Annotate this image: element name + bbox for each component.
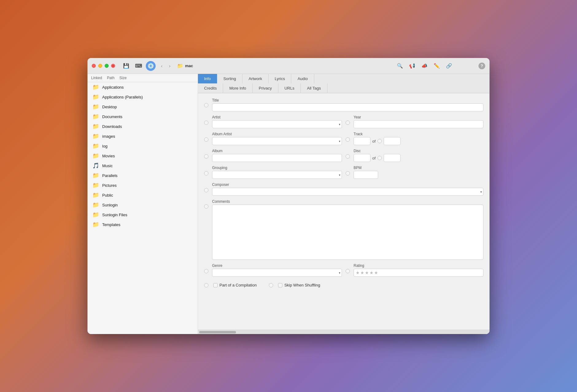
album-artist-dropdown-arrow[interactable]: ▾ [339, 140, 340, 143]
horizontal-scrollbar[interactable] [198, 330, 490, 334]
composer-input[interactable] [214, 190, 480, 194]
grouping-dropdown[interactable]: ▾ [212, 171, 342, 179]
maximize-button[interactable] [105, 64, 109, 68]
sidebar-item-pictures[interactable]: 📁 Pictures [87, 180, 198, 190]
year-input[interactable] [354, 120, 483, 128]
tab-privacy[interactable]: Privacy [253, 83, 278, 93]
genre-input[interactable] [214, 271, 339, 275]
album-field-group: Album [212, 149, 342, 162]
pen-button[interactable]: ✏️ [432, 61, 442, 71]
star-5[interactable]: ★ [374, 270, 378, 275]
keyboard-button[interactable]: ⌨ [134, 61, 143, 71]
col-header-path[interactable]: Path [106, 75, 116, 81]
tab-all-tags[interactable]: All Tags [301, 83, 327, 93]
sidebar-item-sunlogin-files[interactable]: 📁 Sunlogin Files [87, 210, 198, 220]
track-radio[interactable] [346, 137, 350, 142]
main-window: × 💾 ⌨ 💿 ‹ › 📁 mac 🔍 📢 📣 [87, 58, 490, 334]
link-button[interactable]: 🔗 [444, 61, 454, 71]
sidebar-item-images[interactable]: 📁 images [87, 131, 198, 141]
tab-lyrics[interactable]: Lyrics [269, 74, 291, 83]
forward-button[interactable]: › [166, 62, 173, 70]
track-of-input[interactable] [384, 137, 401, 145]
genre-label: Genre [212, 263, 342, 268]
comments-radio[interactable] [204, 204, 208, 209]
compilation-radio[interactable] [204, 283, 208, 287]
bpm-radio[interactable] [346, 171, 350, 175]
composer-dropdown-arrow[interactable]: ▾ [480, 190, 482, 194]
sidebar-item-templates[interactable]: 📁 Templates [87, 220, 198, 229]
sidebar-item-log[interactable]: 📁 log [87, 141, 198, 151]
disc-of-input[interactable] [384, 154, 401, 162]
sidebar-item-applications[interactable]: 📁 Applications [87, 82, 198, 92]
star-1[interactable]: ★ [356, 270, 360, 275]
disc-input[interactable] [354, 154, 370, 162]
disc-field-group: Disc of [354, 149, 483, 162]
announce1-button[interactable]: 📢 [407, 61, 417, 71]
tab-audio[interactable]: Audio [291, 74, 314, 83]
close-button[interactable] [92, 64, 96, 68]
album-artist-dropdown[interactable]: ▾ [212, 137, 342, 145]
announce2-button[interactable]: 📣 [420, 61, 429, 71]
help-button[interactable]: ? [478, 63, 485, 69]
grouping-dropdown-arrow[interactable]: ▾ [339, 173, 340, 177]
sidebar-item-downloads[interactable]: 📁 Downloads [87, 121, 198, 131]
star-4[interactable]: ★ [370, 270, 374, 275]
minimize-button[interactable] [98, 64, 102, 68]
scrollbar-thumb[interactable] [199, 331, 236, 333]
track-input[interactable] [354, 137, 370, 145]
sidebar-item-parallels[interactable]: 📁 Parallels [87, 171, 198, 180]
album-artist-input[interactable] [214, 139, 339, 144]
composer-dropdown[interactable]: ▾ [212, 188, 483, 196]
skip-when-shuffling-checkbox[interactable] [278, 283, 282, 287]
grouping-radio[interactable] [204, 171, 208, 175]
zoom-button[interactable]: 🔍 [395, 61, 405, 71]
album-input[interactable] [212, 154, 342, 162]
sidebar-item-movies[interactable]: 📁 Movies [87, 151, 198, 161]
sidebar-item-public[interactable]: 📁 Public [87, 190, 198, 200]
sidebar-item-label: Applications [102, 85, 124, 90]
close-x-button[interactable]: × [111, 64, 115, 68]
star-2[interactable]: ★ [360, 270, 364, 275]
tab-urls[interactable]: URLs [278, 83, 301, 93]
disc-radio[interactable] [346, 154, 350, 159]
artist-dropdown-arrow[interactable]: ▾ [339, 123, 340, 126]
track-of-text: of [372, 139, 376, 144]
sidebar-item-desktop[interactable]: 📁 Desktop [87, 102, 198, 112]
disc-of-radio[interactable] [378, 156, 382, 160]
title-radio[interactable] [204, 103, 208, 107]
tab-sorting[interactable]: Sorting [217, 74, 242, 83]
tab-credits[interactable]: Credits [198, 83, 223, 93]
genre-dropdown-arrow[interactable]: ▾ [339, 271, 340, 275]
disc-button[interactable]: 💿 [146, 61, 156, 71]
genre-dropdown[interactable]: ▾ [212, 269, 342, 277]
title-input[interactable] [212, 103, 483, 111]
tab-info[interactable]: Info [198, 74, 217, 83]
sidebar-item-applications-parallels[interactable]: 📁 Applications (Parallels) [87, 92, 198, 102]
part-of-compilation-checkbox[interactable] [213, 283, 218, 287]
grouping-input[interactable] [214, 173, 339, 177]
sidebar-item-music[interactable]: 🎵 Music [87, 161, 198, 171]
col-header-size[interactable]: Size [118, 75, 128, 81]
comments-textarea[interactable] [212, 205, 483, 260]
tab-artwork[interactable]: Artwork [242, 74, 269, 83]
col-header-linked[interactable]: Linked [90, 75, 103, 81]
artist-dropdown[interactable]: ▾ [212, 120, 342, 128]
rating-radio[interactable] [346, 269, 350, 273]
rating-stars[interactable]: ★ ★ ★ ★ ★ [354, 269, 483, 277]
year-radio[interactable] [346, 121, 350, 125]
eject-button[interactable]: 💾 [121, 61, 131, 71]
bpm-input[interactable] [354, 171, 378, 179]
artist-radio[interactable] [204, 121, 208, 125]
album-radio[interactable] [204, 154, 208, 159]
sidebar-item-documents[interactable]: 📁 Documents [87, 112, 198, 121]
composer-radio[interactable] [204, 188, 208, 192]
shuffle-radio[interactable] [269, 283, 273, 287]
back-button[interactable]: ‹ [158, 62, 165, 70]
album-artist-radio[interactable] [204, 137, 208, 142]
sidebar-item-sunlogin[interactable]: 📁 Sunlogin [87, 200, 198, 210]
tab-more-info[interactable]: More Info [223, 83, 253, 93]
track-of-radio[interactable] [378, 139, 382, 143]
genre-radio[interactable] [204, 269, 208, 273]
artist-input[interactable] [214, 122, 339, 127]
star-3[interactable]: ★ [365, 270, 369, 275]
